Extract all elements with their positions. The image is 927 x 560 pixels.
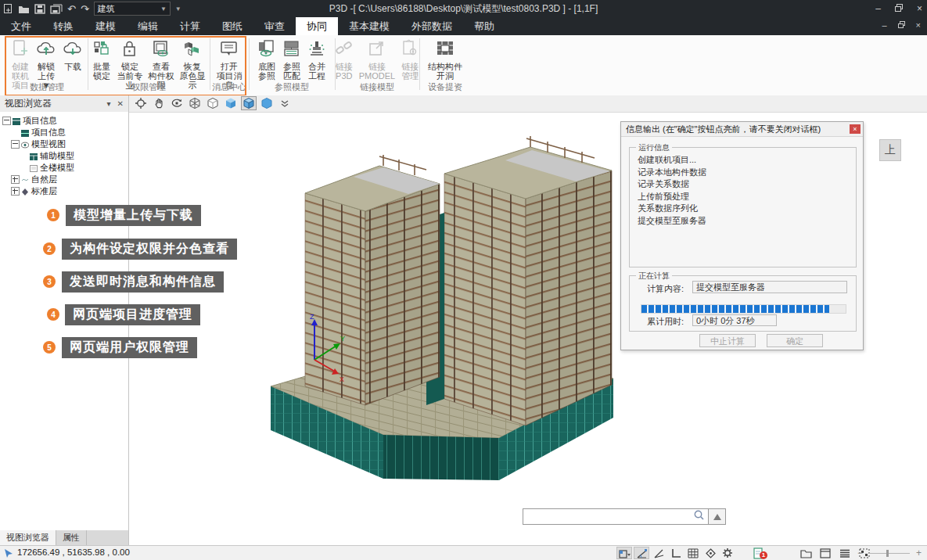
zoom-slider-track[interactable]	[869, 553, 910, 554]
grid-display-icon[interactable]	[685, 547, 701, 559]
create-online-project-button[interactable]: 创建 联机项目	[8, 35, 33, 82]
link-pmodel-button[interactable]: 链接 PMODEL	[357, 35, 397, 82]
expand-icon[interactable]	[11, 187, 20, 196]
cubes-3d-icon	[179, 37, 206, 62]
profile-select[interactable]: 建筑 ▼	[94, 2, 171, 16]
tab-file[interactable]: 文件	[0, 17, 42, 35]
tab-basic-modeling[interactable]: 基本建模	[338, 17, 401, 35]
document-window-controls: – ×	[882, 20, 921, 30]
content-label: 计算内容:	[647, 283, 684, 295]
download-button[interactable]: 下载	[59, 35, 86, 82]
tab-help[interactable]: 帮助	[463, 17, 505, 35]
svg-text:Z: Z	[310, 313, 314, 321]
panel-close-icon[interactable]: ✕	[117, 99, 124, 108]
lock-current-discipline-button[interactable]: 锁定 当前专业	[114, 35, 146, 82]
settings-gear-icon[interactable]	[720, 547, 735, 559]
tab-convert[interactable]: 转换	[42, 17, 84, 35]
close-button[interactable]: ×	[917, 3, 922, 14]
tree-item-natural-storey[interactable]: 自然层	[0, 174, 128, 185]
doc-restore-button[interactable]	[898, 20, 905, 30]
group-name: 链接模型	[336, 81, 418, 93]
window-view-icon[interactable]	[817, 547, 833, 559]
view-element-permission-button[interactable]: 查看 构件权限	[146, 35, 177, 82]
open-file-icon[interactable]	[18, 4, 30, 14]
save-all-icon[interactable]	[50, 4, 63, 14]
message-bubble-icon	[214, 37, 245, 62]
base-drawing-reference-button[interactable]: 底图 参照	[254, 35, 279, 82]
zoom-in-icon[interactable]: +	[916, 549, 922, 557]
zoom-slider-handle[interactable]	[886, 550, 889, 557]
view-orientation-button[interactable]: 上	[879, 139, 901, 161]
open-project-message-button[interactable]: 打开 项目消息	[211, 35, 247, 82]
drafting-tools	[616, 547, 735, 559]
project-book-icon	[13, 117, 20, 124]
toolbar-expand-icon[interactable]	[277, 96, 293, 110]
view-eye-icon	[21, 141, 29, 148]
merge-project-button[interactable]: 合并 工程	[304, 35, 329, 82]
message-file-icon[interactable]: 1	[753, 547, 768, 560]
tab-review[interactable]: 审查	[253, 17, 296, 35]
tab-modeling[interactable]: 建模	[84, 17, 127, 35]
ortho-mode-icon[interactable]	[668, 547, 684, 559]
tab-edit[interactable]: 编辑	[127, 17, 169, 35]
command-search-bar	[523, 508, 726, 525]
zoom-out-icon[interactable]: −	[857, 549, 863, 557]
zoom-extents-icon[interactable]	[133, 96, 149, 110]
tree-item-project-info-root[interactable]: 项目信息	[0, 115, 128, 127]
history-up-button[interactable]	[709, 508, 726, 525]
model-3d-view[interactable]: Z Y X	[266, 127, 626, 486]
wall-opening-icon	[428, 37, 462, 62]
ribbon-group-data-management: 创建 联机项目 解锁 上传▼ 下载 数据管理	[8, 35, 86, 95]
collapse-icon[interactable]	[2, 117, 11, 125]
pan-hand-icon[interactable]	[151, 96, 167, 110]
tab-calc[interactable]: 计算	[169, 17, 211, 35]
doc-close-button[interactable]: ×	[916, 20, 921, 30]
save-icon[interactable]	[34, 4, 45, 14]
orbit-icon[interactable]	[169, 96, 185, 110]
doc-minimize-button[interactable]: –	[882, 20, 886, 30]
restore-original-color-button[interactable]: 恢复 原色显示	[177, 35, 208, 82]
abort-calc-button[interactable]: 中止计算	[699, 334, 756, 347]
unlock-upload-button[interactable]: 解锁 上传▼	[33, 35, 59, 82]
dialog-close-button[interactable]: ×	[850, 124, 861, 134]
tree-item-model-views[interactable]: 模型视图	[0, 138, 128, 150]
link-p3d-button[interactable]: 链接 P3D	[332, 35, 357, 82]
isometric-drafting-icon[interactable]	[702, 547, 718, 559]
tree-item-aux-model[interactable]: 辅助模型	[0, 150, 128, 162]
group-name: 权限管理	[89, 81, 208, 93]
reference-match-button[interactable]: 参照 匹配	[279, 35, 304, 82]
panel-menu-icon[interactable]: ▾	[107, 99, 111, 108]
ribbon-group-equipment: 结构构件 开洞 设备提资	[421, 35, 469, 95]
new-file-icon[interactable]	[3, 3, 13, 14]
toolbar-options-icon[interactable]: ▼	[175, 5, 181, 13]
view-strip: 视图浏览器 ▾ ✕	[0, 95, 927, 113]
restore-button[interactable]	[895, 3, 903, 14]
structural-opening-button[interactable]: 结构构件 开洞	[426, 35, 465, 82]
tab-properties[interactable]: 属性	[56, 530, 87, 545]
batch-lock-button[interactable]: 批量 锁定	[89, 35, 114, 82]
undo-icon[interactable]: ↶	[67, 3, 76, 15]
expand-icon[interactable]	[11, 175, 20, 184]
search-input[interactable]	[523, 508, 709, 525]
polar-tracking-icon[interactable]	[634, 547, 649, 559]
tab-view-browser[interactable]: 视图浏览器	[0, 530, 56, 545]
cube-shaded-icon[interactable]	[223, 96, 239, 110]
cube-solid-icon[interactable]	[259, 96, 275, 110]
object-snap-tracking-icon[interactable]	[651, 547, 667, 559]
tab-external-data[interactable]: 外部数据	[401, 17, 463, 35]
tree-item-project-info[interactable]: 项目信息	[0, 127, 128, 138]
minimize-button[interactable]: –	[875, 3, 881, 14]
cube-hiddenline-icon[interactable]	[205, 96, 221, 110]
ok-button[interactable]: 确定	[767, 334, 823, 347]
tab-collaboration[interactable]: 协同	[296, 17, 338, 35]
tree-item-standard-storey[interactable]: 标准层	[0, 185, 128, 197]
snap-settings-icon[interactable]	[616, 547, 632, 559]
tab-drawing[interactable]: 图纸	[211, 17, 253, 35]
new-view-icon[interactable]	[798, 547, 814, 559]
collapse-icon[interactable]	[11, 140, 20, 149]
layer-list-icon[interactable]	[837, 547, 853, 559]
cube-wireframe-icon[interactable]	[187, 96, 203, 110]
tree-item-whole-building-model[interactable]: 全楼模型	[0, 162, 128, 174]
cube-shaded-edges-icon[interactable]	[241, 96, 257, 110]
redo-icon[interactable]: ↷	[81, 3, 89, 15]
